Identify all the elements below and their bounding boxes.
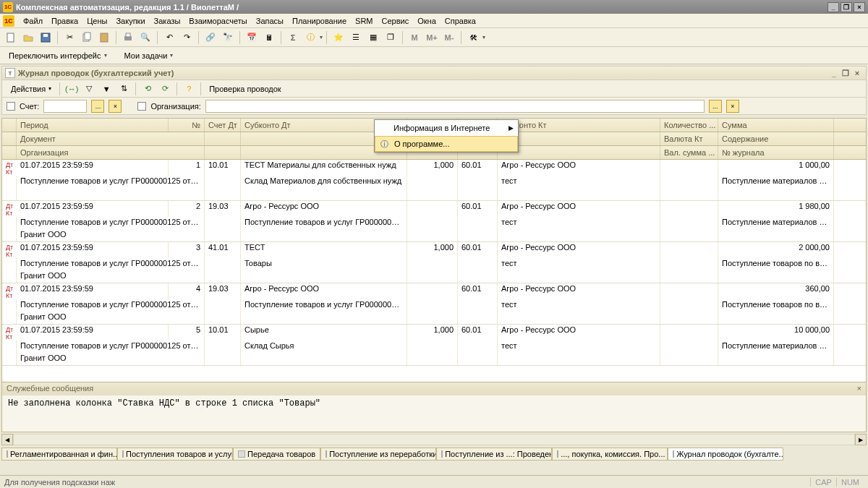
col-acctdt[interactable]: Счет Дт bbox=[205, 119, 241, 132]
redo-icon[interactable]: ↷ bbox=[179, 30, 195, 46]
table-row[interactable]: ДтКт01.07.2015 23:59:59219.03Агро - Ресс… bbox=[2, 201, 866, 242]
scroll-left-button[interactable]: ◀ bbox=[1, 434, 13, 445]
check-entries-button[interactable]: Проверка проводок bbox=[205, 82, 285, 96]
cell bbox=[241, 312, 407, 324]
cell bbox=[458, 176, 498, 188]
new-doc-icon[interactable] bbox=[3, 30, 19, 46]
document-title: Журнал проводок (бухгалтерский учет) bbox=[18, 69, 174, 77]
account-select-button[interactable]: ... bbox=[91, 100, 104, 113]
menu-service[interactable]: Сервис bbox=[378, 15, 414, 27]
m-minus-icon[interactable]: M- bbox=[441, 30, 457, 46]
window-tab[interactable]: ..., покупка, комиссия. Про... bbox=[552, 448, 668, 461]
entries-grid[interactable]: Период № Счет Дт Субконто Дт Количество … bbox=[1, 118, 867, 393]
window-icon[interactable]: ▦ bbox=[365, 30, 381, 46]
col-period[interactable]: Период bbox=[17, 119, 169, 132]
org-select-button[interactable]: ... bbox=[709, 100, 722, 113]
org-checkbox[interactable] bbox=[137, 102, 146, 111]
refresh-icon[interactable]: (↔) bbox=[64, 81, 80, 97]
window-tab[interactable]: Поступление из ...: Проведен bbox=[436, 448, 552, 461]
undo-icon[interactable]: ↶ bbox=[161, 30, 177, 46]
doc-minimize-button[interactable]: _ bbox=[828, 68, 840, 78]
clone-icon[interactable]: ❐ bbox=[383, 30, 399, 46]
restore-button[interactable]: ❐ bbox=[841, 2, 852, 12]
minimize-button[interactable]: _ bbox=[827, 2, 839, 12]
account-clear-button[interactable]: × bbox=[109, 100, 122, 113]
col-journalno[interactable]: № журнала bbox=[718, 146, 834, 159]
window-tab[interactable]: Регламентированная и фин... bbox=[1, 448, 117, 461]
col-sum[interactable]: Сумма bbox=[718, 119, 834, 132]
search-icon[interactable]: 🔭 bbox=[220, 30, 236, 46]
help-icon[interactable]: ? bbox=[181, 81, 197, 97]
org-clear-button[interactable]: × bbox=[726, 100, 739, 113]
filter-off-icon[interactable]: ▼ bbox=[98, 81, 114, 97]
window-tab[interactable]: Поступления товаров и услуг bbox=[117, 448, 233, 461]
my-tasks-menu[interactable]: Мои задачи bbox=[120, 50, 181, 61]
switch-interface-menu[interactable]: Переключить интерфейс bbox=[4, 50, 114, 61]
col-document[interactable]: Документ bbox=[17, 132, 205, 145]
horizontal-scrollbar[interactable]: ◀ ▶ bbox=[1, 434, 867, 445]
table-row[interactable]: ДтКт01.07.2015 23:59:59341.01ТЕСТ1,00060… bbox=[2, 242, 866, 283]
link-icon[interactable]: 🔗 bbox=[203, 30, 218, 46]
calculator-icon[interactable]: 🖩 bbox=[261, 30, 277, 46]
cell bbox=[458, 341, 498, 353]
menu-windows[interactable]: Окна bbox=[413, 15, 441, 27]
sum-icon[interactable]: Σ bbox=[285, 30, 301, 46]
col-content[interactable]: Содержание bbox=[718, 132, 834, 145]
tab-label: Регламентированная и фин... bbox=[10, 450, 117, 458]
filter-icon[interactable]: ▽ bbox=[81, 81, 97, 97]
info-icon[interactable]: ⓘ bbox=[302, 30, 318, 46]
menu-help[interactable]: Справка bbox=[441, 15, 480, 27]
table-row[interactable]: ДтКт01.07.2015 23:59:59110.01ТЕСТ Матери… bbox=[2, 160, 866, 201]
scroll-right-button[interactable]: ▶ bbox=[855, 434, 867, 445]
favorites-icon[interactable]: ⭐ bbox=[331, 30, 346, 46]
menu-edit[interactable]: Правка bbox=[47, 15, 82, 27]
col-qtykt[interactable]: Количество ... bbox=[660, 119, 718, 132]
doc-close-button[interactable]: × bbox=[851, 68, 863, 78]
messages-close-button[interactable]: × bbox=[857, 384, 861, 394]
menu-planning[interactable]: Планирование bbox=[288, 15, 351, 27]
tool-icon[interactable]: 🛠 bbox=[465, 30, 481, 46]
col-valkt[interactable]: Валюта Кт bbox=[660, 132, 718, 145]
col-subkkt[interactable]: Субконто Кт bbox=[498, 119, 660, 132]
scroll-track[interactable] bbox=[13, 434, 855, 445]
window-tab[interactable]: Поступление из переработки bbox=[320, 448, 436, 461]
copy-icon[interactable] bbox=[79, 30, 95, 46]
window-tabs: Регламентированная и фин... Поступления … bbox=[1, 447, 867, 461]
sort-icon[interactable]: ⇅ bbox=[116, 81, 132, 97]
menu-settlements[interactable]: Взаиморасчеты bbox=[184, 15, 251, 27]
ctx-about[interactable]: ⓘ О программе... bbox=[375, 136, 518, 152]
col-org[interactable]: Организация bbox=[17, 146, 205, 159]
nav-fwd-icon[interactable]: ⟳ bbox=[157, 81, 173, 97]
menu-stock[interactable]: Запасы bbox=[252, 15, 288, 27]
list-icon[interactable]: ☰ bbox=[348, 30, 364, 46]
window-tab[interactable]: Передача товаров bbox=[233, 448, 320, 461]
menu-srm[interactable]: SRM bbox=[351, 15, 377, 27]
m-plus-icon[interactable]: M+ bbox=[424, 30, 440, 46]
menu-prices[interactable]: Цены bbox=[82, 15, 111, 27]
preview-icon[interactable]: 🔍 bbox=[137, 30, 153, 46]
cut-icon[interactable]: ✂ bbox=[61, 30, 77, 46]
save-icon[interactable] bbox=[38, 30, 54, 46]
col-valsum[interactable]: Вал. сумма ... bbox=[660, 146, 718, 159]
account-checkbox[interactable] bbox=[7, 102, 15, 111]
menu-file[interactable]: Файл bbox=[19, 15, 47, 27]
ctx-info-internet[interactable]: Информация в Интернете ▶ bbox=[375, 120, 518, 136]
doc-restore-button[interactable]: ❐ bbox=[840, 68, 851, 78]
print-icon[interactable] bbox=[120, 30, 136, 46]
open-icon[interactable] bbox=[20, 30, 36, 46]
table-row[interactable]: ДтКт01.07.2015 23:59:59419.03Агро - Ресс… bbox=[2, 283, 866, 325]
menu-orders[interactable]: Заказы bbox=[150, 15, 185, 27]
actions-menu[interactable]: Действия▾ bbox=[7, 82, 56, 96]
menu-purchases[interactable]: Закупки bbox=[111, 15, 149, 27]
col-no[interactable]: № bbox=[169, 119, 205, 132]
m-icon[interactable]: M bbox=[407, 30, 422, 46]
window-tab[interactable]: Журнал проводок (бухгалте... bbox=[668, 448, 783, 461]
cell bbox=[498, 188, 660, 200]
paste-icon[interactable] bbox=[96, 30, 112, 46]
close-button[interactable]: × bbox=[854, 2, 865, 12]
nav-back-icon[interactable]: ⟲ bbox=[140, 81, 156, 97]
table-row[interactable]: ДтКт01.07.2015 23:59:59510.01Сырье1,0006… bbox=[2, 325, 866, 366]
account-input[interactable] bbox=[43, 100, 87, 113]
org-input[interactable] bbox=[205, 100, 705, 113]
calendar-icon[interactable]: 📅 bbox=[244, 30, 260, 46]
